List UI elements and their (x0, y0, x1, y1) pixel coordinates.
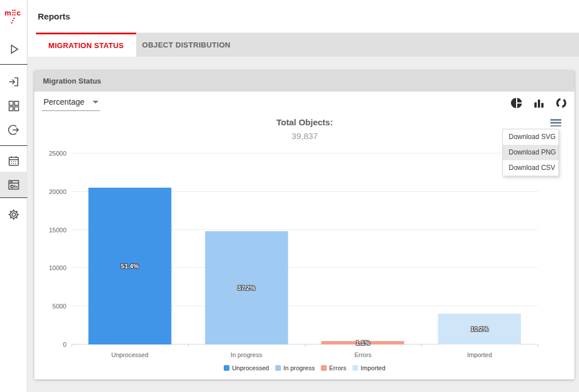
donut-chart-button[interactable] (556, 97, 567, 109)
x-axis-tick (305, 345, 306, 347)
menu-item-download-png[interactable]: Download PNG (503, 145, 558, 160)
content-area: Migration Status Percentage (28, 57, 579, 392)
sidebar-item-export[interactable] (0, 119, 27, 141)
tab-object-distribution[interactable]: OBJECT DISTRIBUTION (136, 33, 236, 57)
view-mode-value: Percentage (43, 97, 85, 106)
calendar-icon (7, 154, 21, 168)
legend-item-errors[interactable]: Errors (321, 365, 346, 371)
tabstrip: MIGRATION STATUS OBJECT DISTRIBUTION (28, 33, 579, 57)
chart-column: 10.2% (421, 153, 538, 345)
pie-chart-button[interactable] (511, 97, 522, 109)
chart-total-value: 39,837 (72, 131, 538, 141)
tab-spacer (28, 33, 36, 57)
hamburger-icon[interactable] (550, 119, 561, 126)
bar-errors[interactable]: 1.1% (322, 341, 404, 345)
legend-label: Imported (360, 365, 385, 371)
legend-label: In progress (283, 365, 315, 371)
bar-imported[interactable]: 10.2% (438, 314, 521, 345)
sidebar-item-settings[interactable] (0, 204, 27, 225)
x-axis-label: Unprocessed (72, 351, 188, 358)
export-icon (7, 123, 21, 137)
y-tick-label: 15000 (49, 227, 66, 233)
sidebar-divider (0, 197, 27, 198)
bar-percent-label: 51.4% (121, 263, 138, 270)
panel-header: Migration Status (34, 70, 574, 92)
legend-item-unprocessed[interactable]: Unprocessed (224, 365, 269, 371)
x-axis-tick (72, 345, 72, 347)
reports-icon (7, 178, 21, 192)
sidebar: m c (0, 0, 27, 392)
chart-column: 51.4% (72, 153, 188, 345)
export-menu: Download SVGDownload PNGDownload CSV (502, 129, 559, 176)
y-tick-label: 10000 (49, 264, 66, 271)
topbar: Reports (28, 0, 579, 33)
bar-in-progress[interactable]: 37.2% (205, 231, 288, 345)
bar-unprocessed[interactable]: 51.4% (88, 188, 171, 345)
chart-region: Total Objects: 39,837 Download SVGDownlo… (34, 114, 574, 379)
chart-title: Total Objects: (72, 117, 538, 127)
plot-area: Unprocessed51.4%In progress37.2%Errors1.… (72, 153, 538, 345)
chart-legend: UnprocessedIn progressErrorsImported (72, 365, 538, 371)
y-tick-label: 0 (63, 341, 66, 348)
import-icon (7, 75, 21, 89)
legend-swatch (275, 365, 281, 371)
bar-percent-label: 37.2% (237, 284, 255, 291)
y-tick-label: 25000 (49, 150, 66, 157)
legend-swatch (224, 365, 229, 371)
x-axis-label: Imported (421, 351, 538, 358)
logo-icon: m c (5, 7, 23, 27)
tabstrip-filler (236, 33, 579, 57)
bar-percent-label: 1.1% (356, 339, 370, 346)
menu-item-download-svg[interactable]: Download SVG (503, 129, 558, 145)
sidebar-item-scheduler[interactable] (0, 150, 27, 172)
donut-chart-icon (556, 97, 567, 109)
chart-column: 37.2% (188, 153, 305, 345)
panel-toolbar: Percentage (34, 92, 574, 114)
legend-swatch (352, 365, 358, 371)
sidebar-divider (0, 64, 27, 65)
chart-column: 1.1% (305, 153, 422, 345)
view-mode-select[interactable]: Percentage (42, 95, 100, 111)
legend-swatch (321, 365, 327, 371)
sidebar-item-objects[interactable] (0, 95, 27, 117)
sidebar-divider (0, 145, 27, 146)
menu-item-download-csv[interactable]: Download CSV (503, 160, 558, 176)
chevron-down-icon (93, 101, 98, 104)
legend-label: Unprocessed (232, 365, 269, 371)
settings-icon (7, 208, 21, 221)
sidebar-item-import[interactable] (0, 71, 27, 93)
tab-label: MIGRATION STATUS (49, 41, 124, 50)
x-axis-label: In progress (188, 351, 305, 358)
app-logo[interactable]: m c (0, 6, 27, 29)
page-title: Reports (28, 0, 579, 21)
x-axis-label: Errors (305, 351, 422, 358)
svg-text:m: m (5, 9, 11, 17)
y-axis-labels: 0500010000150002000025000 (34, 153, 66, 345)
bar-percent-label: 10.2% (471, 326, 489, 332)
x-axis-tick (421, 345, 422, 347)
y-tick-label: 5000 (53, 303, 66, 310)
x-axis-tick (188, 345, 189, 347)
grid-icon (7, 99, 21, 113)
x-axis-tick (538, 345, 538, 347)
bar-chart-button[interactable] (533, 97, 545, 109)
sidebar-item-run[interactable] (0, 38, 27, 60)
pie-chart-icon (511, 97, 522, 109)
svg-text:c: c (17, 9, 21, 17)
y-tick-label: 20000 (49, 188, 66, 195)
legend-label: Errors (329, 365, 346, 371)
migration-status-panel: Migration Status Percentage (34, 70, 574, 379)
tab-label: OBJECT DISTRIBUTION (142, 41, 230, 49)
legend-item-in-progress[interactable]: In progress (275, 365, 315, 371)
legend-item-imported[interactable]: Imported (352, 365, 385, 371)
tab-migration-status[interactable]: MIGRATION STATUS (36, 33, 136, 57)
bar-chart-icon (533, 97, 545, 109)
sidebar-item-reports[interactable] (0, 172, 27, 197)
play-icon (7, 42, 21, 56)
